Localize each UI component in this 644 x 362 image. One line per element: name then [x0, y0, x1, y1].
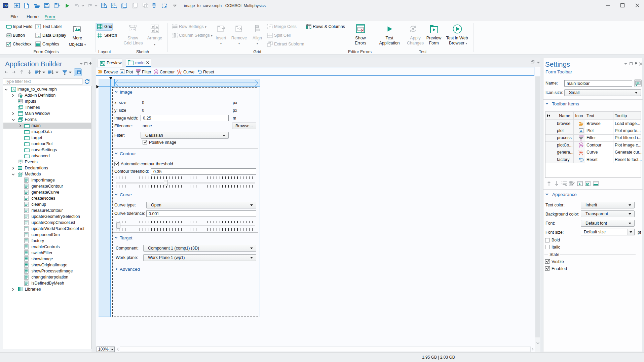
svg-text:1.23: 1.23 [131, 28, 135, 31]
svg-text:1.23: 1.23 [36, 35, 40, 37]
svg-text:OK: OK [7, 34, 11, 37]
svg-text:A: A [12, 88, 14, 91]
